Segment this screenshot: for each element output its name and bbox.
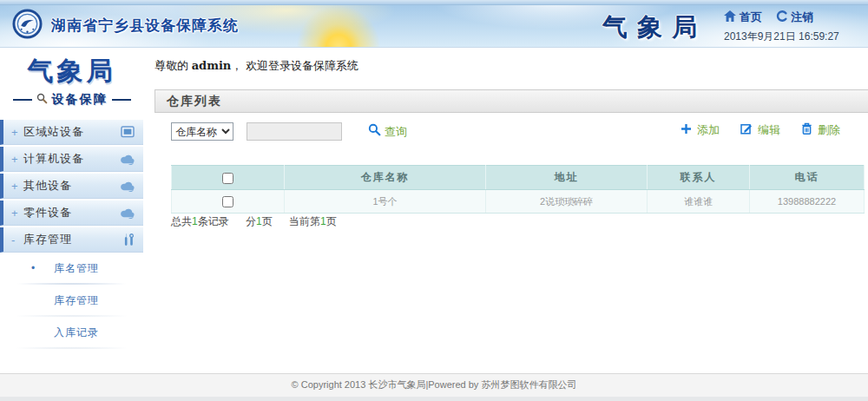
sidebar-logo: 气象局 设备保障 — [0, 49, 143, 108]
delete-button[interactable]: 删除 — [801, 122, 840, 138]
sidebar-logo-title: 气象局 — [0, 54, 143, 89]
logout-link-label: 注销 — [791, 10, 813, 25]
column-header-address: 地址 — [486, 166, 648, 190]
panel-title-bar: 仓库列表 — [155, 89, 868, 113]
top-nav: 首页 注销 — [724, 10, 856, 25]
panel-title: 仓库列表 — [167, 94, 222, 109]
query-button-label: 查询 — [385, 124, 407, 140]
add-button-label: 添加 — [697, 122, 720, 138]
query-button[interactable]: 查询 — [368, 123, 407, 140]
sidebar-item-parts-equipment[interactable]: + 零件设备 — [0, 200, 143, 226]
bureau-emblem-icon — [12, 9, 43, 43]
copyright-text: © Copyright 2013 长沙市气象局|Powered by 苏州梦图软… — [292, 379, 577, 390]
sidebar-item-computer-equipment[interactable]: + 计算机设备 — [0, 147, 143, 172]
collapse-minus-icon: - — [11, 233, 23, 247]
search-filter-select[interactable]: 仓库名称 — [171, 122, 233, 141]
top-header: 湖南省宁乡县设备保障系统 气象局 首页 — [0, 0, 868, 48]
active-bullet-icon: • — [31, 260, 36, 277]
sidebar-menu: + 区域站设备 + 计算机设备 — [0, 120, 143, 349]
action-toolbar: 添加 编辑 删除 — [681, 122, 840, 138]
header-top-strip — [0, 0, 868, 5]
submenu-divider — [3, 315, 140, 317]
column-header-phone: 电话 — [750, 166, 865, 190]
table-row: 1号个 2说琐琐碎碎 谁谁谁 13988882222 — [172, 190, 865, 214]
cell-address: 2说琐琐碎碎 — [486, 190, 648, 214]
sidebar-item-other-equipment[interactable]: + 其他设备 — [0, 174, 143, 199]
row-checkbox[interactable] — [222, 196, 233, 207]
pagination: 总共1条记录 分1页 当前第1页 — [171, 214, 351, 229]
expand-plus-icon: + — [11, 180, 23, 193]
footer-bottom-strip — [0, 397, 868, 401]
system-title: 湖南省宁乡县设备保障系统 — [51, 16, 239, 36]
cloud-icon — [120, 154, 135, 165]
sidebar-logo-subtitle-row: 设备保障 — [0, 92, 143, 108]
warehouse-table: 仓库名称 地址 联系人 电话 1号个 2说琐琐碎碎 谁谁谁 1398888222… — [171, 165, 864, 214]
rule-left — [13, 99, 32, 101]
brand: 湖南省宁乡县设备保障系统 — [12, 9, 239, 43]
plus-icon — [681, 122, 692, 138]
table-header-row: 仓库名称 地址 联系人 电话 — [172, 166, 865, 190]
footer: © Copyright 2013 长沙市气象局|Powered by 苏州梦图软… — [0, 373, 868, 401]
tools-icon — [123, 233, 135, 247]
sidebar: 气象局 设备保障 + 区域站设备 — [0, 49, 143, 373]
submenu-item-inventory-management[interactable]: 库存管理 — [0, 292, 143, 309]
cell-warehouse-name: 1号个 — [285, 190, 486, 214]
small-search-icon — [36, 92, 48, 108]
page-count: 分1页 — [246, 215, 273, 227]
select-all-checkbox[interactable] — [222, 173, 233, 184]
edit-icon — [740, 122, 753, 138]
org-title: 气象局 — [602, 10, 707, 45]
rule-right — [112, 99, 131, 101]
header-right: 首页 注销 2013年9月21日 16:59:27 — [724, 10, 856, 44]
welcome-message: 尊敬的 admin， 欢迎登录设备保障系统 — [155, 58, 358, 74]
sidebar-item-inventory-management[interactable]: - 库存管理 — [0, 227, 143, 253]
row-checkbox-cell — [172, 190, 285, 214]
monitor-icon — [121, 126, 135, 138]
home-link[interactable]: 首页 — [724, 10, 762, 25]
page: 湖南省宁乡县设备保障系统 气象局 首页 — [0, 0, 868, 401]
username: admin — [192, 59, 232, 72]
search-icon — [368, 123, 381, 140]
home-link-label: 首页 — [740, 10, 762, 25]
record-count: 总共1条记录 — [171, 215, 229, 227]
cell-contact: 谁谁谁 — [648, 190, 750, 214]
search-bar: 仓库名称 查询 — [171, 122, 407, 141]
expand-plus-icon: + — [11, 207, 23, 220]
submenu-item-warehouse-name-management[interactable]: • 库名管理 — [0, 260, 143, 277]
cell-phone: 13988882222 — [750, 190, 865, 214]
column-header-contact: 联系人 — [648, 166, 750, 190]
expand-plus-icon: + — [11, 153, 23, 166]
submenu-divider — [3, 347, 140, 349]
search-input[interactable] — [247, 122, 342, 141]
datetime: 2013年9月21日 16:59:27 — [724, 30, 856, 44]
current-page: 当前第1页 — [289, 215, 337, 227]
add-button[interactable]: 添加 — [681, 122, 720, 138]
trash-icon — [801, 122, 812, 138]
cloud-icon — [120, 207, 135, 219]
sidebar-logo-subtitle: 设备保障 — [52, 92, 108, 108]
inventory-submenu: • 库名管理 库存管理 入库记录 — [0, 260, 143, 349]
header-checkbox-cell — [172, 166, 285, 190]
column-header-name: 仓库名称 — [285, 166, 486, 190]
logout-icon — [776, 10, 787, 24]
edit-button[interactable]: 编辑 — [740, 122, 780, 138]
delete-button-label: 删除 — [818, 122, 840, 138]
logout-link[interactable]: 注销 — [776, 10, 813, 25]
cloud-icon — [120, 181, 135, 192]
sidebar-item-region-station-equipment[interactable]: + 区域站设备 — [0, 120, 143, 145]
submenu-item-inbound-records[interactable]: 入库记录 — [0, 324, 143, 341]
home-icon — [724, 10, 736, 24]
edit-button-label: 编辑 — [758, 122, 780, 138]
submenu-divider — [3, 283, 140, 285]
expand-plus-icon: + — [11, 126, 23, 139]
